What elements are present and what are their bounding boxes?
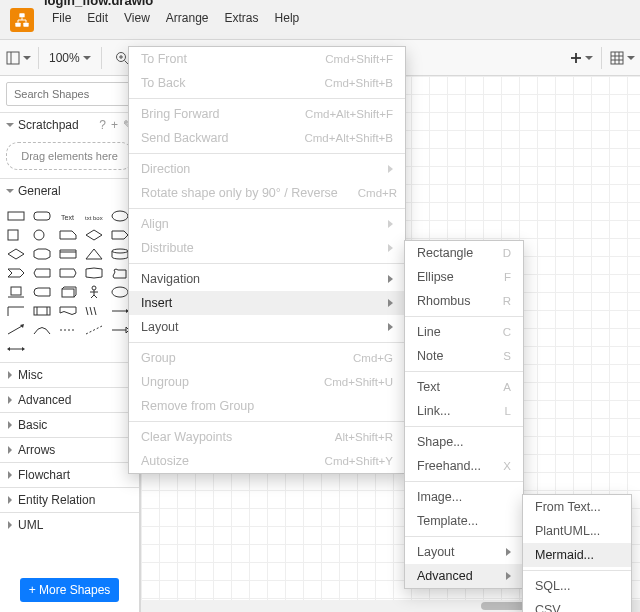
shape-swatch[interactable] — [84, 285, 104, 299]
shape-swatch[interactable] — [110, 304, 130, 318]
shape-swatch[interactable] — [6, 209, 26, 223]
insert-item-rhombus[interactable]: RhombusR — [405, 289, 523, 313]
shape-swatch[interactable] — [6, 266, 26, 280]
shape-swatch[interactable] — [58, 266, 78, 280]
insert-item-advanced[interactable]: Advanced — [405, 564, 523, 588]
shape-swatch[interactable] — [58, 323, 78, 337]
insert-item-ellipse[interactable]: EllipseF — [405, 265, 523, 289]
help-icon[interactable]: ? — [99, 118, 106, 132]
shortcut-label: Cmd+Alt+Shift+B — [284, 132, 393, 144]
general-header[interactable]: General — [0, 179, 139, 203]
insert-item-line[interactable]: LineC — [405, 320, 523, 344]
more-shapes-button[interactable]: + More Shapes — [20, 578, 120, 602]
shape-swatch[interactable] — [32, 247, 52, 261]
add-icon[interactable]: + — [111, 118, 118, 132]
insert-item-image[interactable]: Image... — [405, 485, 523, 509]
menu-item-label: Shape... — [417, 435, 464, 449]
shape-swatch[interactable]: txt box — [84, 209, 104, 223]
section-label: UML — [18, 518, 43, 532]
shape-swatch[interactable] — [6, 228, 26, 242]
shape-swatch[interactable] — [58, 228, 78, 242]
menu-item-label: Group — [141, 351, 176, 365]
shape-swatch[interactable] — [84, 228, 104, 242]
insert-item-layout[interactable]: Layout — [405, 540, 523, 564]
shape-swatch[interactable] — [32, 285, 52, 299]
advanced-item-csv[interactable]: CSV... — [523, 598, 631, 612]
insert-item-template[interactable]: Template... — [405, 509, 523, 533]
shape-swatch[interactable] — [32, 228, 52, 242]
shape-swatch[interactable] — [58, 304, 78, 318]
shape-swatch[interactable] — [110, 247, 130, 261]
section-header-basic[interactable]: Basic — [0, 413, 139, 437]
add-button[interactable] — [567, 44, 595, 72]
section-header-misc[interactable]: Misc — [0, 363, 139, 387]
shape-swatch[interactable] — [84, 247, 104, 261]
shape-swatch[interactable] — [84, 323, 104, 337]
submenu-arrow-icon — [388, 275, 393, 283]
insert-item-text[interactable]: TextA — [405, 375, 523, 399]
section-header-entity relation[interactable]: Entity Relation — [0, 488, 139, 512]
page-layout-button[interactable] — [4, 44, 32, 72]
section-header-arrows[interactable]: Arrows — [0, 438, 139, 462]
zoom-level[interactable]: 100% — [45, 51, 95, 65]
submenu-arrow-icon — [388, 244, 393, 252]
arrange-item-ungroup: UngroupCmd+Shift+U — [129, 370, 405, 394]
menu-extras[interactable]: Extras — [217, 8, 267, 28]
shape-swatch[interactable] — [110, 209, 130, 223]
menu-file[interactable]: File — [44, 8, 79, 28]
shape-swatch[interactable] — [6, 323, 26, 337]
arrange-item-navigation[interactable]: Navigation — [129, 267, 405, 291]
advanced-item-from-text[interactable]: From Text... — [523, 495, 631, 519]
shape-swatch[interactable] — [110, 228, 130, 242]
shape-swatch[interactable]: Text — [58, 209, 78, 223]
shape-swatch[interactable] — [32, 209, 52, 223]
shape-swatch[interactable] — [58, 285, 78, 299]
shape-swatch[interactable] — [110, 285, 130, 299]
svg-rect-37 — [34, 307, 50, 315]
shortcut-label: C — [483, 326, 511, 338]
insert-item-rectangle[interactable]: RectangleD — [405, 241, 523, 265]
insert-item-freehand[interactable]: Freehand...X — [405, 454, 523, 478]
shape-swatch[interactable] — [32, 304, 52, 318]
shape-swatch[interactable] — [6, 247, 26, 261]
menu-help[interactable]: Help — [267, 8, 308, 28]
shape-swatch[interactable] — [6, 285, 26, 299]
section-header-flowchart[interactable]: Flowchart — [0, 463, 139, 487]
shortcut-label: Cmd+G — [333, 352, 393, 364]
submenu-arrow-icon — [388, 165, 393, 173]
search-input[interactable] — [6, 82, 133, 106]
menu-item-label: Layout — [417, 545, 455, 559]
shape-swatch[interactable] — [110, 266, 130, 280]
advanced-item-plantuml[interactable]: PlantUML... — [523, 519, 631, 543]
shape-swatch[interactable] — [6, 342, 26, 356]
arrange-item-layout[interactable]: Layout — [129, 315, 405, 339]
arrange-item-bring-forward: Bring ForwardCmd+Alt+Shift+F — [129, 102, 405, 126]
shape-swatch[interactable] — [32, 323, 52, 337]
scratchpad-header[interactable]: Scratchpad ? + ✎ — [0, 113, 139, 137]
shortcut-label: Cmd+Shift+F — [305, 53, 393, 65]
shape-swatch[interactable] — [110, 323, 130, 337]
shape-swatch[interactable] — [6, 304, 26, 318]
shape-swatch[interactable] — [58, 247, 78, 261]
insert-item-note[interactable]: NoteS — [405, 344, 523, 368]
scratchpad-dropzone[interactable]: Drag elements here — [6, 142, 133, 170]
advanced-item-sql[interactable]: SQL... — [523, 574, 631, 598]
table-button[interactable] — [608, 44, 636, 72]
menu-edit[interactable]: Edit — [79, 8, 116, 28]
shape-swatch[interactable] — [84, 304, 104, 318]
menu-view[interactable]: View — [116, 8, 158, 28]
shape-swatch[interactable] — [32, 266, 52, 280]
insert-item-link[interactable]: Link...L — [405, 399, 523, 423]
arrange-item-insert[interactable]: Insert — [129, 291, 405, 315]
insert-item-shape[interactable]: Shape... — [405, 430, 523, 454]
scratchpad-section: Scratchpad ? + ✎ Drag elements here — [0, 112, 139, 178]
menu-arrange[interactable]: Arrange — [158, 8, 217, 28]
section-header-uml[interactable]: UML — [0, 513, 139, 537]
advanced-item-mermaid[interactable]: Mermaid... — [523, 543, 631, 567]
shortcut-label: X — [483, 460, 511, 472]
chevron-down-icon — [585, 56, 593, 60]
section-header-advanced[interactable]: Advanced — [0, 388, 139, 412]
menu-item-label: CSV... — [535, 603, 570, 612]
shape-swatch[interactable] — [84, 266, 104, 280]
sidebar: Scratchpad ? + ✎ Drag elements here Gene… — [0, 76, 140, 612]
